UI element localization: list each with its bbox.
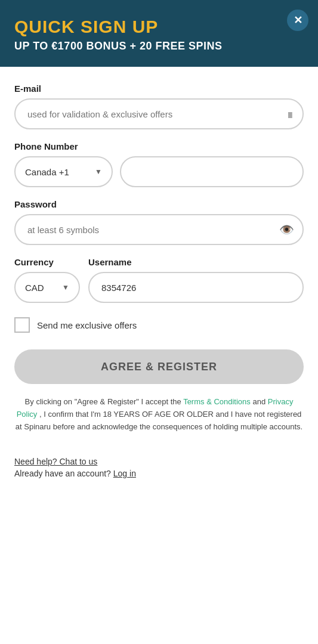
- terms-text-block: By clicking on "Agree & Register" I acce…: [14, 396, 304, 433]
- email-label: E-mail: [14, 83, 304, 94]
- close-button[interactable]: ✕: [287, 10, 308, 31]
- register-button[interactable]: AGREE & REGISTER: [14, 349, 304, 384]
- username-label: Username: [88, 257, 304, 267]
- email-input-wrapper: ∎: [14, 98, 304, 129]
- help-section: Need help? Chat to us Already have an ac…: [14, 452, 304, 478]
- password-field-group: Password 👁️: [14, 199, 304, 245]
- modal-title-sub: UP TO €1700 BONUS + 20 FREE SPINS: [14, 40, 304, 52]
- email-input[interactable]: [14, 98, 304, 129]
- username-input[interactable]: [88, 272, 304, 303]
- exclusive-offers-row: Send me exclusive offers: [14, 317, 304, 333]
- modal-header: ✕ QUICK SIGN UP UP TO €1700 BONUS + 20 F…: [0, 0, 318, 67]
- email-icon: ∎: [286, 107, 294, 121]
- phone-label: Phone Number: [14, 141, 304, 151]
- terms-text-3: , I confirm that I'm 18 YEARS OF AGE OR …: [16, 410, 302, 431]
- password-input[interactable]: [14, 214, 304, 245]
- phone-field-group: Phone Number Canada +1 ▼: [14, 141, 304, 187]
- email-field-group: E-mail ∎: [14, 83, 304, 129]
- modal-title-main: QUICK SIGN UP: [14, 17, 304, 36]
- terms-conditions-link[interactable]: Terms & Conditions: [183, 397, 251, 406]
- login-link[interactable]: Log in: [113, 469, 136, 478]
- eye-icon[interactable]: 👁️: [279, 222, 294, 237]
- currency-username-group: Currency CAD ▼ Username: [14, 257, 304, 303]
- phone-row: Canada +1 ▼: [14, 156, 304, 187]
- currency-chevron-icon: ▼: [62, 283, 69, 292]
- chat-link[interactable]: Need help? Chat to us: [14, 457, 304, 466]
- currency-label: Currency: [14, 257, 80, 267]
- phone-country-label: Canada +1: [25, 167, 69, 177]
- terms-text-2: and: [252, 397, 267, 406]
- already-account-text: Already have an account? Log in: [14, 469, 304, 478]
- exclusive-offers-checkbox[interactable]: [14, 317, 30, 333]
- currency-group: Currency CAD ▼: [14, 257, 80, 303]
- username-group: Username: [88, 257, 304, 303]
- exclusive-offers-label: Send me exclusive offers: [37, 320, 137, 330]
- password-input-wrapper: 👁️: [14, 214, 304, 245]
- currency-dropdown[interactable]: CAD ▼: [14, 272, 80, 303]
- modal-container: ✕ QUICK SIGN UP UP TO €1700 BONUS + 20 F…: [0, 0, 318, 644]
- currency-value: CAD: [25, 283, 44, 293]
- password-label: Password: [14, 199, 304, 209]
- terms-text-1: By clicking on "Agree & Register" I acce…: [25, 397, 181, 406]
- modal-body: E-mail ∎ Phone Number Canada +1 ▼ Passwo…: [0, 67, 318, 495]
- phone-number-input[interactable]: [120, 156, 304, 187]
- phone-country-dropdown[interactable]: Canada +1 ▼: [14, 156, 113, 187]
- currency-username-row: Currency CAD ▼ Username: [14, 257, 304, 303]
- chevron-down-icon: ▼: [95, 168, 102, 176]
